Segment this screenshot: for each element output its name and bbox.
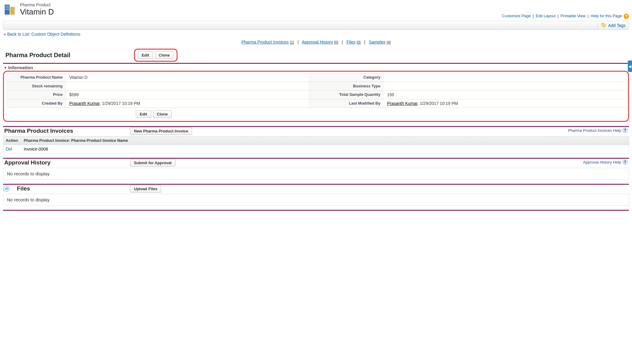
field-label-category: Category (308, 73, 384, 82)
field-value-created: Prasanth Kumar, 1/29/2017 10:19 PM (66, 99, 308, 108)
svg-rect-8 (5, 9, 6, 10)
approval-empty: No records to display (3, 168, 629, 180)
related-files-link[interactable]: Files (347, 40, 356, 44)
field-value-stock (66, 82, 308, 90)
field-value-sample: 150 (384, 90, 626, 99)
related-approval-link[interactable]: Approval History (302, 40, 333, 44)
field-value-price: $599 (66, 90, 308, 99)
svg-rect-4 (8, 6, 9, 7)
field-label-btype: Business Type (308, 82, 384, 90)
invoice-name-link[interactable]: Invoice-0008 (24, 147, 48, 151)
files-section-header: Files Upload Files (3, 185, 629, 194)
information-section-header[interactable]: ▼ Information (3, 64, 629, 71)
submit-approval-button[interactable]: Submit for Approval (130, 159, 175, 167)
edit-button[interactable]: Edit (138, 51, 153, 59)
new-invoice-button[interactable]: New Pharma Product Invoice (130, 127, 192, 135)
related-approval-count: [0] (334, 40, 338, 44)
section-divider (3, 210, 629, 211)
edit-button-bottom[interactable]: Edit (136, 110, 151, 118)
modified-by-date: , 1/29/2017 10:19 PM (417, 101, 458, 106)
svg-rect-9 (7, 9, 8, 10)
invoice-delete-link[interactable]: Del (6, 147, 12, 151)
svg-point-11 (602, 24, 603, 24)
tag-icon (601, 23, 606, 28)
related-invoices-count: [1] (290, 40, 294, 44)
field-value-category (384, 73, 626, 82)
information-section-title: Information (8, 65, 33, 70)
invoices-col-name: Pharma Product Invoice: Pharma Product I… (21, 136, 629, 145)
invoices-table: Action Pharma Product Invoice: Pharma Pr… (3, 136, 629, 154)
files-title: Files (17, 185, 30, 192)
created-by-user-link[interactable]: Prasanth Kumar (69, 101, 99, 106)
related-samples-count: [4] (386, 40, 390, 44)
side-expand-tab[interactable]: ◀ (628, 60, 632, 72)
field-label-created: Created By (6, 99, 66, 108)
collapse-arrow-icon: ▼ (4, 66, 7, 70)
svg-rect-3 (7, 6, 8, 7)
modified-by-user-link[interactable]: Prasanth Kumar (387, 101, 417, 106)
clone-button-bottom[interactable]: Clone (153, 110, 172, 118)
detail-header: Pharma Product Detail Edit Clone (3, 49, 629, 62)
page-utility-links: Customize Page | Edit Layout | Printable… (3, 14, 629, 19)
upload-files-button[interactable]: Upload Files (130, 185, 161, 193)
invoices-help-label: Pharma Product Invoices Help (568, 128, 621, 133)
files-empty: No records to display (3, 194, 629, 206)
back-prefix: « (4, 32, 7, 37)
files-icon (3, 185, 10, 192)
edit-layout-link[interactable]: Edit Layout (536, 14, 555, 18)
add-tags-button[interactable]: Add Tags (598, 23, 626, 28)
customize-page-link[interactable]: Customize Page (502, 14, 531, 18)
approval-help[interactable]: Approval History Help ? (583, 159, 628, 165)
approval-title: Approval History (4, 159, 50, 166)
clone-button[interactable]: Clone (155, 51, 174, 59)
svg-rect-5 (5, 8, 6, 8)
svg-rect-1 (10, 7, 15, 15)
field-label-modified: Last Modified By (308, 99, 384, 108)
back-to-list-link[interactable]: Back to List: Custom Object Definitions (7, 32, 80, 37)
related-files-count: [0] (357, 40, 360, 44)
help-question-icon: ? (622, 128, 628, 133)
help-icon[interactable]: ? (624, 14, 629, 19)
approval-section: Approval History Submit for Approval App… (3, 158, 629, 180)
detail-actions-highlight: Edit Clone (134, 49, 178, 62)
related-samples-link[interactable]: Samples (369, 40, 385, 44)
information-field-grid: Pharma Product Name Vitamin D Category S… (6, 73, 626, 108)
svg-rect-10 (8, 9, 9, 10)
svg-rect-7 (8, 8, 9, 8)
record-title: Vitamin D (20, 7, 54, 17)
add-tags-label: Add Tags (608, 23, 626, 28)
object-type-label: Pharma Product (20, 2, 54, 7)
chevron-left-icon: ◀ (628, 64, 631, 69)
field-value-modified: Prasanth Kumar, 1/29/2017 10:19 PM (384, 99, 626, 108)
field-value-btype (384, 82, 626, 90)
help-page-link[interactable]: Help for this Page (591, 14, 622, 18)
svg-rect-2 (5, 6, 6, 7)
svg-rect-6 (7, 8, 8, 8)
files-section: Files Upload Files No records to display (3, 184, 629, 206)
field-label-price: Price (6, 90, 66, 99)
building-icon (3, 2, 16, 16)
invoices-help[interactable]: Pharma Product Invoices Help ? (568, 128, 628, 133)
field-label-name: Pharma Product Name (6, 73, 66, 82)
invoices-section: Pharma Product Invoices New Pharma Produ… (3, 126, 629, 154)
invoices-title: Pharma Product Invoices (4, 128, 73, 134)
approval-section-header: Approval History Submit for Approval App… (3, 159, 629, 168)
information-highlight-box: Pharma Product Name Vitamin D Category S… (3, 71, 629, 122)
related-list-links: Pharma Product Invoices [1] | Approval H… (3, 40, 629, 44)
field-label-sample: Total Sample Quantity (308, 90, 384, 99)
help-question-icon: ? (622, 159, 628, 165)
invoices-section-header: Pharma Product Invoices New Pharma Produ… (3, 127, 629, 136)
related-invoices-link[interactable]: Pharma Product Invoices (241, 40, 288, 44)
bottom-divider (3, 210, 629, 211)
back-link-row: « Back to List: Custom Object Definition… (4, 32, 629, 37)
detail-title: Pharma Product Detail (5, 52, 70, 59)
approval-help-label: Approval History Help (583, 160, 621, 164)
field-label-stock: Stock remaining (6, 82, 66, 90)
table-row: Del Invoice-0008 (3, 145, 629, 154)
field-value-name: Vitamin D (66, 73, 308, 82)
detail-bottom-actions: Edit Clone (136, 108, 626, 118)
invoices-col-action: Action (3, 136, 21, 145)
record-toolbar: Add Tags (3, 21, 629, 30)
printable-view-link[interactable]: Printable View (561, 14, 586, 18)
created-by-date: , 1/29/2017 10:19 PM (99, 101, 140, 106)
